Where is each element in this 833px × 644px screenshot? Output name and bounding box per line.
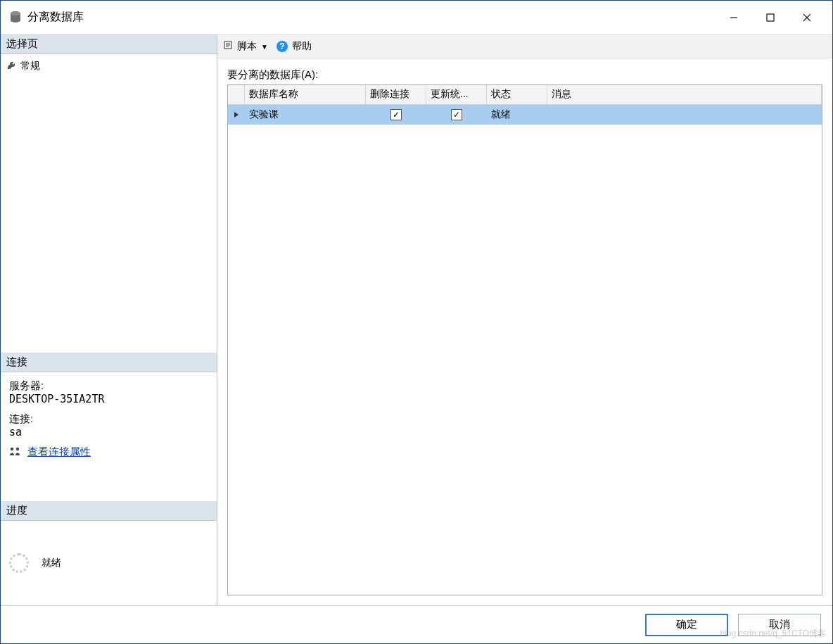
cell-message: [547, 105, 822, 125]
col-update-stats[interactable]: 更新统...: [426, 85, 487, 104]
close-button[interactable]: [789, 4, 825, 32]
view-connection-props-link[interactable]: 查看连接属性: [27, 446, 91, 459]
sidebar-item-general[interactable]: 常规: [6, 58, 211, 74]
svg-point-1: [11, 11, 20, 15]
connection-panel: 服务器: DESKTOP-35IA2TR 连接: sa 查看连接属性: [1, 372, 217, 459]
select-page-header: 选择页: [1, 34, 217, 54]
col-message[interactable]: 消息: [547, 85, 822, 104]
col-name[interactable]: 数据库名称: [245, 85, 366, 104]
script-icon: [223, 40, 233, 52]
server-label: 服务器:: [9, 379, 208, 393]
titlebar: 分离数据库: [1, 1, 832, 34]
cell-status: 就绪: [487, 105, 547, 125]
table-row[interactable]: 实验课 就绪: [228, 105, 822, 125]
content-area: 脚本 ▼ ? 帮助 要分离的数据库(A): 数据库名称 删除连接 更新统... …: [217, 34, 832, 605]
chevron-down-icon: ▼: [261, 43, 268, 51]
main-area: 选择页 常规 连接 服务器: DESKTOP-35IA2TR 连接: sa: [1, 34, 832, 605]
maximize-button[interactable]: [752, 4, 789, 32]
svg-line-4: [803, 14, 810, 21]
svg-rect-3: [767, 14, 774, 21]
checkbox-icon: [390, 109, 402, 120]
toolbar: 脚本 ▼ ? 帮助: [217, 34, 832, 58]
svg-point-7: [16, 448, 19, 450]
connection-label: 连接:: [9, 412, 208, 426]
grid-body: 实验课 就绪: [228, 105, 822, 595]
minimize-button[interactable]: [716, 4, 752, 32]
cancel-button[interactable]: 取消: [738, 614, 821, 636]
script-label: 脚本: [237, 40, 257, 51]
ok-button[interactable]: 确定: [645, 614, 728, 636]
connection-header: 连接: [1, 353, 217, 372]
row-expander[interactable]: [228, 105, 245, 125]
database-icon: [9, 10, 22, 25]
connection-value: sa: [9, 426, 208, 438]
window-title: 分离数据库: [27, 10, 84, 25]
help-button[interactable]: 帮助: [292, 40, 312, 53]
server-value: DESKTOP-35IA2TR: [9, 393, 208, 405]
col-expander: [228, 85, 245, 104]
sidebar-item-label: 常规: [20, 60, 40, 72]
connection-props-icon: [9, 446, 22, 458]
svg-point-6: [11, 448, 13, 450]
checkbox-icon: [451, 109, 462, 120]
svg-line-5: [803, 14, 810, 21]
progress-spinner-icon: [9, 553, 29, 573]
progress-status: 就绪: [42, 557, 61, 569]
cell-update-stats[interactable]: [426, 105, 487, 125]
database-grid: 数据库名称 删除连接 更新统... 状态 消息 实验课: [227, 84, 822, 595]
help-icon: ?: [276, 41, 288, 52]
col-delete-conn[interactable]: 删除连接: [366, 85, 426, 104]
cell-name: 实验课: [245, 105, 366, 125]
col-status[interactable]: 状态: [487, 85, 547, 104]
wrench-icon: [6, 61, 16, 72]
progress-header: 进度: [1, 501, 217, 521]
cell-delete-conn[interactable]: [366, 105, 426, 125]
detach-db-label: 要分离的数据库(A):: [227, 68, 822, 82]
dialog-footer: 确定 取消: [1, 605, 832, 643]
grid-header: 数据库名称 删除连接 更新统... 状态 消息: [228, 85, 822, 105]
script-dropdown[interactable]: 脚本 ▼: [237, 40, 268, 53]
progress-panel: 就绪: [1, 521, 217, 605]
sidebar: 选择页 常规 连接 服务器: DESKTOP-35IA2TR 连接: sa: [1, 34, 217, 605]
